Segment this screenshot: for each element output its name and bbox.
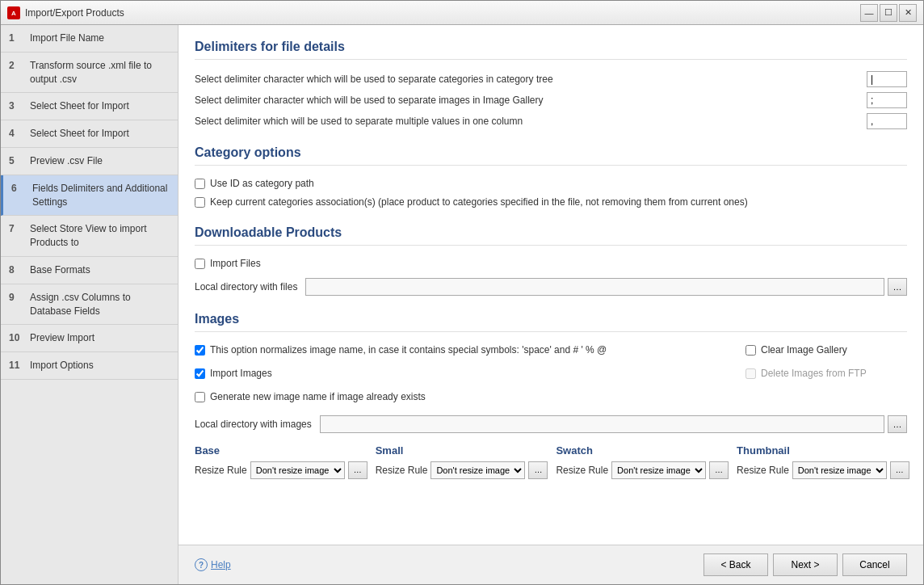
main-panel: Delimiters for file details Select delim… — [178, 25, 923, 584]
resize-title-2: Swatch — [556, 444, 729, 457]
resize-browse-0[interactable]: … — [348, 461, 368, 479]
resize-select-1[interactable]: Don't resize image — [430, 461, 525, 479]
normalize-checkbox[interactable] — [195, 345, 205, 356]
footer: ? Help < Back Next > Cancel — [178, 545, 923, 584]
sidebar-item-3[interactable]: 3Select Sheet for Import — [1, 93, 178, 120]
sidebar-item-5[interactable]: 5Preview .csv File — [1, 148, 178, 175]
delimiter-label-1: Select delimiter character which will be… — [195, 74, 867, 85]
images-checkboxes-left: This option normalizes image name, in ca… — [195, 343, 607, 408]
sidebar-num-2: 2 — [9, 59, 23, 71]
resize-section: Base Resize Rule Don't resize image … Sm… — [195, 444, 907, 479]
clear-gallery-label: Clear Image Gallery — [761, 343, 847, 357]
keep-current-checkbox[interactable] — [195, 197, 205, 208]
keep-current-label: Keep current categories association(s) (… — [210, 196, 748, 209]
delimiter-input-1[interactable] — [867, 71, 907, 87]
delimiter-label-3: Select delimiter which will be used to s… — [195, 116, 867, 127]
sidebar-num-3: 3 — [9, 99, 23, 112]
sidebar-label-3: Select Sheet for Import — [30, 99, 129, 113]
cancel-button[interactable]: Cancel — [842, 553, 907, 576]
maximize-button[interactable]: ☐ — [880, 4, 897, 22]
sidebar-num-8: 8 — [9, 263, 23, 276]
resize-grid: Base Resize Rule Don't resize image … Sm… — [195, 444, 907, 479]
sidebar-num-9: 9 — [9, 291, 23, 303]
sidebar-label-11: Import Options — [30, 359, 94, 372]
sidebar-label-5: Preview .csv File — [30, 154, 103, 168]
delete-images-checkbox[interactable] — [746, 368, 756, 379]
footer-left: ? Help — [195, 558, 704, 571]
content-area: 1Import File Name2Transform source .xml … — [1, 25, 923, 584]
sidebar-num-1: 1 — [9, 32, 23, 44]
close-button[interactable]: ✕ — [899, 4, 917, 22]
category-title: Category options — [195, 145, 907, 166]
clear-gallery-row: Clear Image Gallery — [746, 343, 847, 357]
help-link[interactable]: Help — [211, 559, 231, 570]
sidebar-label-8: Base Formats — [30, 263, 90, 277]
import-images-label: Import Images — [210, 367, 272, 381]
minimize-button[interactable]: — — [860, 4, 878, 22]
resize-item-2: Swatch Resize Rule Don't resize image … — [556, 444, 729, 479]
import-images-row: Import Images — [195, 367, 607, 381]
import-files-checkbox[interactable] — [195, 259, 205, 269]
images-dir-browse-button[interactable]: … — [888, 415, 907, 433]
images-title: Images — [195, 312, 907, 332]
back-button[interactable]: < Back — [704, 553, 768, 576]
sidebar-num-11: 11 — [9, 359, 23, 371]
delimiter-row-2: Select delimiter character which will be… — [195, 92, 907, 108]
resize-browse-1[interactable]: … — [528, 461, 548, 479]
delimiters-title: Delimiters for file details — [195, 40, 907, 60]
app-icon: A — [7, 6, 20, 19]
sidebar-item-1[interactable]: 1Import File Name — [1, 25, 178, 53]
delimiter-input-3[interactable] — [867, 113, 907, 129]
resize-title-3: Thumbnail — [737, 444, 909, 457]
sidebar-item-8[interactable]: 8Base Formats — [1, 257, 178, 284]
resize-label-1: Resize Rule — [376, 465, 428, 476]
sidebar-item-10[interactable]: 10Preview Import — [1, 325, 178, 352]
sidebar-num-5: 5 — [9, 154, 23, 166]
local-dir-browse-button[interactable]: … — [888, 278, 907, 296]
images-dir-label: Local directory with images — [195, 419, 312, 430]
use-id-checkbox[interactable] — [195, 179, 205, 189]
sidebar-label-7: Select Store View to import Products to — [30, 222, 170, 250]
delimiter-input-2[interactable] — [867, 92, 907, 108]
local-dir-row: Local directory with files … — [195, 278, 907, 296]
sidebar-item-6[interactable]: 6Fields Delimiters and Additional Settin… — [1, 175, 178, 217]
resize-browse-2[interactable]: … — [709, 461, 729, 479]
resize-label-3: Resize Rule — [737, 465, 789, 476]
import-files-label: Import Files — [210, 257, 261, 271]
delimiter-label-2: Select delimiter character which will be… — [195, 95, 867, 106]
sidebar-item-9[interactable]: 9Assign .csv Columns to Database Fields — [1, 284, 178, 326]
clear-gallery-checkbox[interactable] — [746, 345, 756, 356]
sidebar-label-6: Fields Delimiters and Additional Setting… — [32, 182, 170, 209]
normalize-image-row: This option normalizes image name, in ca… — [195, 343, 607, 357]
downloadable-section: Downloadable Products Import Files Local… — [195, 225, 907, 297]
resize-row-1: Resize Rule Don't resize image … — [376, 461, 548, 479]
resize-row-0: Resize Rule Don't resize image … — [195, 461, 368, 479]
resize-browse-3[interactable]: … — [890, 461, 909, 479]
downloadable-title: Downloadable Products — [195, 225, 907, 246]
window-controls: — ☐ ✕ — [860, 4, 917, 22]
sidebar-num-7: 7 — [9, 222, 23, 234]
resize-select-0[interactable]: Don't resize image — [250, 461, 345, 479]
resize-title-1: Small — [376, 444, 548, 457]
sidebar-item-4[interactable]: 4Select Sheet for Import — [1, 120, 178, 148]
resize-select-3[interactable]: Don't resize image — [792, 461, 887, 479]
sidebar-item-11[interactable]: 11Import Options — [1, 352, 178, 380]
resize-label-2: Resize Rule — [556, 465, 608, 476]
sidebar-item-7[interactable]: 7Select Store View to import Products to — [1, 216, 178, 257]
help-icon[interactable]: ? — [195, 558, 208, 571]
import-images-checkbox[interactable] — [195, 368, 205, 379]
sidebar: 1Import File Name2Transform source .xml … — [1, 25, 178, 584]
resize-item-3: Thumbnail Resize Rule Don't resize image… — [737, 444, 909, 479]
generate-name-checkbox[interactable] — [195, 392, 205, 402]
delimiters-section: Delimiters for file details Select delim… — [195, 40, 907, 129]
resize-row-2: Resize Rule Don't resize image … — [556, 461, 729, 479]
next-button[interactable]: Next > — [773, 553, 838, 576]
main-content: Delimiters for file details Select delim… — [178, 25, 923, 545]
resize-select-2[interactable]: Don't resize image — [611, 461, 706, 479]
images-dir-input[interactable] — [320, 415, 884, 433]
sidebar-label-1: Import File Name — [30, 32, 104, 45]
use-id-row: Use ID as category path — [195, 177, 907, 191]
resize-title-0: Base — [195, 444, 368, 457]
local-dir-input[interactable] — [305, 278, 884, 296]
sidebar-item-2[interactable]: 2Transform source .xml file to output .c… — [1, 53, 178, 94]
